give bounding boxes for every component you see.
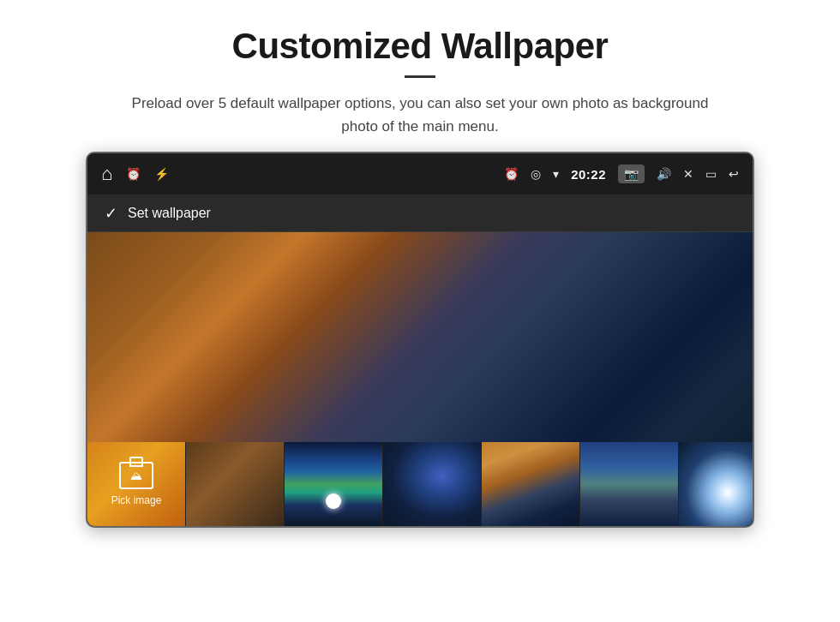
page-title: Customized Wallpaper [51, 26, 789, 67]
camera-button[interactable]: 📷 [618, 164, 645, 183]
time-display: 20:22 [571, 167, 606, 182]
wallpaper-thumb-4[interactable] [383, 442, 482, 526]
device-screen: ⌂ ⏰ ⚡ ⏰ ◎ ▾ 20:22 📷 🔊 ✕ ▭ ↩ ✓ Set wallpa… [86, 152, 754, 528]
back-icon[interactable]: ↩ [729, 167, 739, 181]
clock-icon: ⏰ [504, 167, 519, 181]
pick-image-thumb[interactable]: ⛰ Pick image [87, 442, 186, 526]
aurora-overlay [285, 442, 382, 526]
pick-image-icon: ⛰ [119, 462, 153, 489]
wallpaper-thumb-3[interactable] [285, 442, 383, 526]
usb-icon: ⚡ [154, 167, 169, 181]
home-icon[interactable]: ⌂ [101, 163, 112, 185]
image-mountain-icon: ⛰ [130, 469, 142, 481]
wallpaper-thumb-5[interactable] [482, 442, 580, 526]
wallpaper-thumb-6[interactable] [580, 442, 679, 526]
set-wallpaper-label: Set wallpaper [128, 206, 211, 221]
close-icon[interactable]: ✕ [683, 167, 693, 181]
alarm-icon: ⏰ [126, 167, 141, 181]
pick-image-label: Pick image [111, 494, 162, 506]
thumbnail-strip: ⛰ Pick image [87, 442, 753, 526]
wallpaper-thumb-2[interactable] [186, 442, 285, 526]
title-divider [405, 75, 435, 78]
status-bar-right: ⏰ ◎ ▾ 20:22 📷 🔊 ✕ ▭ ↩ [504, 164, 739, 183]
header-section: Customized Wallpaper Preload over 5 defa… [0, 0, 840, 152]
check-icon[interactable]: ✓ [105, 204, 117, 223]
status-bar-left: ⌂ ⏰ ⚡ [101, 163, 169, 185]
location-icon: ◎ [531, 167, 541, 181]
wifi-icon: ▾ [553, 167, 559, 181]
window-icon[interactable]: ▭ [705, 167, 717, 181]
status-bar: ⌂ ⏰ ⚡ ⏰ ◎ ▾ 20:22 📷 🔊 ✕ ▭ ↩ [87, 153, 753, 194]
page-subtitle: Preload over 5 default wallpaper options… [111, 92, 729, 138]
wallpaper-toolbar: ✓ Set wallpaper [87, 194, 753, 232]
wallpaper-preview [87, 232, 753, 442]
volume-icon[interactable]: 🔊 [657, 167, 671, 181]
wallpaper-thumb-7[interactable] [679, 442, 754, 526]
